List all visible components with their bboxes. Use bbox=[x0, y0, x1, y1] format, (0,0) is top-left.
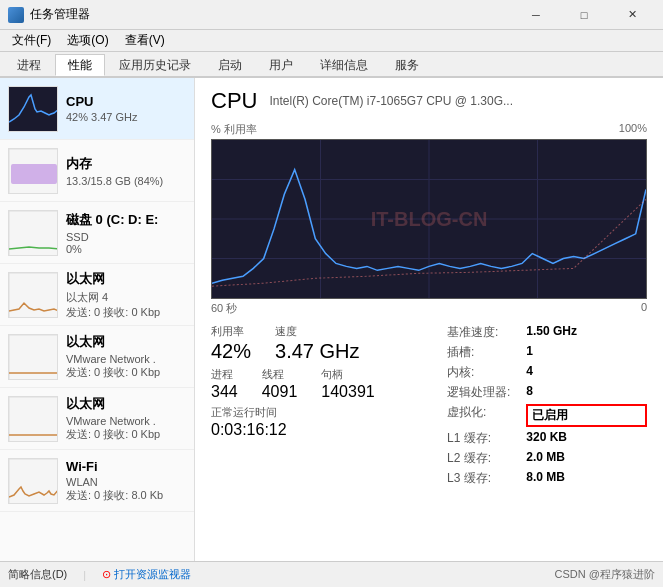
sidebar-item-cpu[interactable]: CPU 42% 3.47 GHz bbox=[0, 78, 194, 140]
menu-options[interactable]: 选项(O) bbox=[59, 30, 116, 51]
cpu-header: CPU Intel(R) Core(TM) i7-1065G7 CPU @ 1.… bbox=[211, 88, 647, 114]
cpu-info-right: 基准速度: 1.50 GHz 插槽: 1 内核: 4 逻辑处理器: 8 虚拟化:… bbox=[447, 324, 647, 487]
l2-label: L2 缓存: bbox=[447, 450, 510, 467]
sidebar-item-memory[interactable]: 内存 13.3/15.8 GB (84%) bbox=[0, 140, 194, 202]
tab-startup[interactable]: 启动 bbox=[205, 54, 255, 76]
menu-bar: 文件(F) 选项(O) 查看(V) bbox=[0, 30, 663, 52]
app-icon bbox=[8, 7, 24, 23]
cpu-stats-left: .stats-row { display: flex; gap: 24px; m… bbox=[211, 324, 431, 487]
sidebar-item-eth2[interactable]: 以太网 VMware Network . 发送: 0 接收: 0 Kbp bbox=[0, 326, 194, 388]
stat-uptime: 正常运行时间 0:03:16:12 bbox=[211, 405, 431, 439]
close-button[interactable]: ✕ bbox=[609, 0, 655, 30]
eth1-item-sub1: 以太网 4 bbox=[66, 290, 186, 305]
cpu-graph: IT-BLOG-CN bbox=[211, 139, 647, 299]
virt-label: 虚拟化: bbox=[447, 404, 510, 427]
eth2-item-info: 以太网 VMware Network . 发送: 0 接收: 0 Kbp bbox=[66, 333, 186, 380]
monitor-icon: ⊙ bbox=[102, 568, 111, 581]
memory-item-name: 内存 bbox=[66, 155, 186, 173]
eth1-item-info: 以太网 以太网 4 发送: 0 接收: 0 Kbp bbox=[66, 270, 186, 320]
disk-item-usage: 0% bbox=[66, 243, 186, 255]
wifi-item-sub2: 发送: 0 接收: 8.0 Kb bbox=[66, 488, 186, 503]
eth3-mini-chart bbox=[8, 396, 58, 442]
eth1-mini-chart bbox=[8, 272, 58, 318]
tab-performance[interactable]: 性能 bbox=[55, 54, 105, 76]
maximize-button[interactable]: □ bbox=[561, 0, 607, 30]
eth3-item-name: 以太网 bbox=[66, 395, 186, 413]
copyright-text: CSDN @程序猿进阶 bbox=[555, 567, 655, 582]
menu-file[interactable]: 文件(F) bbox=[4, 30, 59, 51]
time-label-left: 60 秒 bbox=[211, 301, 237, 316]
base-speed-value: 1.50 GHz bbox=[526, 324, 647, 341]
cores-value: 4 bbox=[526, 364, 647, 381]
util-lbl: 利用率 bbox=[211, 324, 251, 339]
graph-labels: % 利用率 100% bbox=[211, 122, 647, 137]
speed-val: 3.47 GHz bbox=[275, 339, 359, 363]
tab-app-history[interactable]: 应用历史记录 bbox=[106, 54, 204, 76]
memory-item-sub: 13.3/15.8 GB (84%) bbox=[66, 175, 186, 187]
stats-row-2: 进程 344 线程 4091 句柄 140391 bbox=[211, 367, 431, 401]
eth1-item-name: 以太网 bbox=[66, 270, 186, 288]
title-bar: 任务管理器 ─ □ ✕ bbox=[0, 0, 663, 30]
cpu-mini-chart bbox=[8, 86, 58, 132]
sidebar-item-eth3[interactable]: 以太网 VMware Network . 发送: 0 接收: 0 Kbp bbox=[0, 388, 194, 450]
threads-lbl: 线程 bbox=[262, 367, 298, 382]
logical-value: 8 bbox=[526, 384, 647, 401]
bottom-area: .stats-row { display: flex; gap: 24px; m… bbox=[211, 324, 647, 487]
disk-mini-chart bbox=[8, 210, 58, 256]
logical-label: 逻辑处理器: bbox=[447, 384, 510, 401]
graph-label-left: % 利用率 bbox=[211, 122, 257, 137]
uptime-lbl: 正常运行时间 bbox=[211, 405, 431, 420]
eth2-item-sub1: VMware Network . bbox=[66, 353, 186, 365]
eth3-item-sub2: 发送: 0 接收: 0 Kbp bbox=[66, 427, 186, 442]
sidebar-item-wifi[interactable]: Wi-Fi WLAN 发送: 0 接收: 8.0 Kb bbox=[0, 450, 194, 512]
memory-mini-chart bbox=[8, 148, 58, 194]
stat-utilization: 利用率 42% bbox=[211, 324, 251, 363]
tab-details[interactable]: 详细信息 bbox=[307, 54, 381, 76]
cpu-item-name: CPU bbox=[66, 94, 186, 109]
l1-label: L1 缓存: bbox=[447, 430, 510, 447]
threads-val: 4091 bbox=[262, 382, 298, 401]
eth2-mini-chart bbox=[8, 334, 58, 380]
svg-rect-7 bbox=[9, 459, 58, 504]
tab-users[interactable]: 用户 bbox=[256, 54, 306, 76]
tab-services[interactable]: 服务 bbox=[382, 54, 432, 76]
stat-processes: 进程 344 bbox=[211, 367, 238, 401]
wifi-item-name: Wi-Fi bbox=[66, 459, 186, 474]
time-label-right: 0 bbox=[641, 301, 647, 316]
speed-lbl: 速度 bbox=[275, 324, 359, 339]
svg-rect-4 bbox=[9, 273, 58, 318]
stat-speed: 速度 3.47 GHz bbox=[275, 324, 359, 363]
tab-processes[interactable]: 进程 bbox=[4, 54, 54, 76]
eth2-item-name: 以太网 bbox=[66, 333, 186, 351]
menu-view[interactable]: 查看(V) bbox=[117, 30, 173, 51]
util-val: 42% bbox=[211, 339, 251, 363]
cpu-item-info: CPU 42% 3.47 GHz bbox=[66, 94, 186, 123]
eth3-item-info: 以太网 VMware Network . 发送: 0 接收: 0 Kbp bbox=[66, 395, 186, 442]
tab-bar: 进程 性能 应用历史记录 启动 用户 详细信息 服务 bbox=[0, 52, 663, 78]
cpu-panel-subtitle: Intel(R) Core(TM) i7-1065G7 CPU @ 1.30G.… bbox=[269, 94, 513, 108]
svg-rect-3 bbox=[9, 211, 58, 256]
disk-item-info: 磁盘 0 (C: D: E: SSD 0% bbox=[66, 211, 186, 255]
wifi-item-info: Wi-Fi WLAN 发送: 0 接收: 8.0 Kb bbox=[66, 459, 186, 503]
open-monitor-link[interactable]: ⊙ 打开资源监视器 bbox=[102, 567, 191, 582]
stat-threads: 线程 4091 bbox=[262, 367, 298, 401]
wifi-mini-chart bbox=[8, 458, 58, 504]
handles-lbl: 句柄 bbox=[321, 367, 374, 382]
sidebar-item-eth1[interactable]: 以太网 以太网 4 发送: 0 接收: 0 Kbp bbox=[0, 264, 194, 326]
sidebar-item-disk[interactable]: 磁盘 0 (C: D: E: SSD 0% bbox=[0, 202, 194, 264]
uptime-val: 0:03:16:12 bbox=[211, 420, 431, 439]
svg-rect-0 bbox=[9, 87, 58, 132]
l1-value: 320 KB bbox=[526, 430, 647, 447]
status-summary[interactable]: 简略信息(D) bbox=[8, 567, 67, 582]
sockets-label: 插槽: bbox=[447, 344, 510, 361]
disk-item-name: 磁盘 0 (C: D: E: bbox=[66, 211, 186, 229]
graph-time-labels: 60 秒 0 bbox=[211, 301, 647, 316]
proc-lbl: 进程 bbox=[211, 367, 238, 382]
sidebar: CPU 42% 3.47 GHz 内存 13.3/15.8 GB (84%) bbox=[0, 78, 195, 561]
stat-handles: 句柄 140391 bbox=[321, 367, 374, 401]
cpu-panel-title: CPU bbox=[211, 88, 257, 114]
base-speed-label: 基准速度: bbox=[447, 324, 510, 341]
minimize-button[interactable]: ─ bbox=[513, 0, 559, 30]
disk-item-type: SSD bbox=[66, 231, 186, 243]
app-title: 任务管理器 bbox=[30, 6, 90, 23]
